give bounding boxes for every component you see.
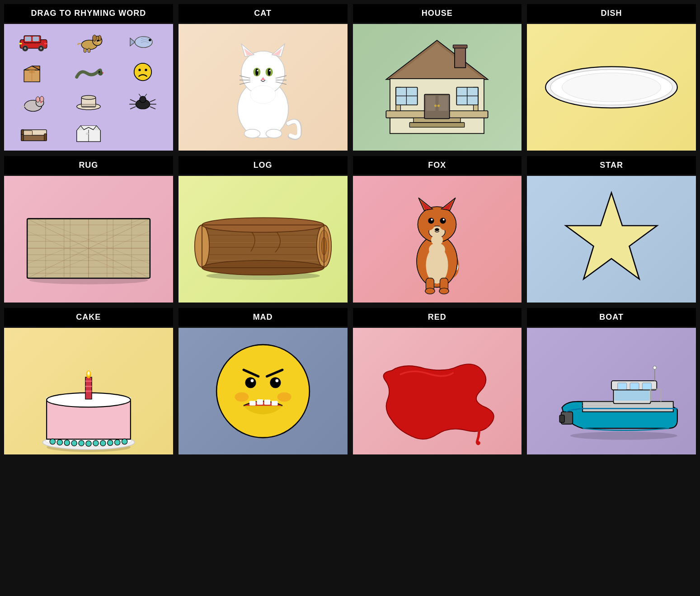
drag-item-bug[interactable] bbox=[117, 88, 169, 117]
svg-rect-53 bbox=[21, 134, 23, 141]
svg-point-5 bbox=[24, 47, 26, 49]
cell-log: LOG bbox=[177, 155, 349, 304]
header-star: STAR bbox=[527, 156, 696, 176]
svg-rect-218 bbox=[643, 383, 652, 390]
body-fox[interactable] bbox=[353, 176, 522, 303]
svg-rect-90 bbox=[439, 96, 448, 111]
svg-rect-17 bbox=[88, 48, 90, 52]
cell-boat: BOAT bbox=[526, 307, 697, 456]
body-red[interactable] bbox=[353, 328, 522, 454]
svg-point-41 bbox=[140, 96, 146, 103]
body-star[interactable] bbox=[527, 176, 696, 303]
svg-point-180 bbox=[64, 440, 70, 445]
svg-point-213 bbox=[653, 366, 656, 369]
drag-item-box[interactable] bbox=[8, 58, 61, 86]
header-cat: CAT bbox=[179, 4, 348, 24]
drag-item-fish[interactable] bbox=[117, 28, 169, 56]
svg-line-45 bbox=[150, 99, 155, 102]
body-cat[interactable] bbox=[179, 24, 348, 151]
svg-point-12 bbox=[93, 35, 97, 41]
svg-line-42 bbox=[130, 99, 136, 102]
svg-point-153 bbox=[443, 219, 445, 221]
svg-point-103 bbox=[562, 73, 661, 102]
cell-house: HOUSE bbox=[352, 3, 523, 152]
svg-rect-9 bbox=[44, 43, 47, 45]
svg-rect-16 bbox=[84, 48, 86, 52]
svg-point-69 bbox=[269, 70, 270, 71]
svg-rect-85 bbox=[410, 123, 465, 127]
svg-point-194 bbox=[250, 379, 254, 382]
drag-item-mouse[interactable] bbox=[8, 88, 61, 117]
svg-point-188 bbox=[122, 439, 127, 444]
svg-marker-81 bbox=[390, 43, 484, 80]
body-boat[interactable] bbox=[527, 328, 696, 454]
svg-point-182 bbox=[79, 440, 84, 446]
svg-point-27 bbox=[99, 71, 100, 73]
svg-point-68 bbox=[257, 70, 258, 71]
drag-item-empty bbox=[117, 118, 169, 147]
svg-point-34 bbox=[40, 96, 44, 102]
svg-point-179 bbox=[57, 440, 62, 445]
svg-line-44 bbox=[130, 107, 136, 109]
drag-item-sad-face[interactable] bbox=[117, 58, 169, 86]
body-house[interactable] bbox=[353, 24, 522, 151]
header-mad: MAD bbox=[179, 308, 348, 328]
drag-item-dog[interactable] bbox=[62, 28, 115, 56]
svg-rect-57 bbox=[86, 133, 89, 135]
svg-rect-199 bbox=[271, 401, 277, 405]
svg-point-204 bbox=[570, 431, 677, 440]
svg-rect-207 bbox=[615, 390, 649, 401]
svg-line-48 bbox=[139, 94, 141, 97]
svg-point-164 bbox=[431, 235, 443, 245]
svg-point-161 bbox=[425, 288, 435, 294]
svg-rect-39 bbox=[81, 104, 96, 106]
svg-rect-89 bbox=[426, 96, 436, 111]
svg-point-150 bbox=[428, 218, 434, 224]
svg-rect-217 bbox=[630, 383, 639, 390]
body-rug[interactable] bbox=[4, 176, 173, 303]
svg-point-185 bbox=[100, 440, 106, 446]
svg-point-200 bbox=[235, 393, 249, 402]
svg-rect-100 bbox=[453, 45, 467, 48]
svg-point-7 bbox=[40, 47, 42, 49]
svg-point-154 bbox=[435, 228, 439, 231]
cell-dish: DISH bbox=[526, 3, 697, 152]
cell-red: RED bbox=[352, 307, 523, 456]
svg-rect-54 bbox=[44, 134, 47, 141]
header-drag-source: DRAG TO RHYMING WORD bbox=[4, 4, 173, 24]
svg-line-47 bbox=[150, 107, 155, 109]
drag-item-coat[interactable] bbox=[62, 118, 115, 147]
body-dish[interactable] bbox=[527, 24, 696, 151]
body-cake[interactable] bbox=[4, 328, 173, 454]
svg-point-79 bbox=[250, 85, 276, 104]
drag-item-snake[interactable] bbox=[62, 58, 115, 86]
cell-cake: CAKE bbox=[3, 307, 174, 456]
svg-rect-3 bbox=[33, 37, 39, 42]
svg-point-152 bbox=[431, 219, 433, 221]
header-red: RED bbox=[353, 308, 522, 328]
svg-rect-196 bbox=[249, 401, 256, 405]
svg-point-203 bbox=[485, 425, 488, 428]
svg-point-187 bbox=[114, 440, 120, 445]
svg-point-29 bbox=[139, 69, 141, 71]
drag-item-hat[interactable] bbox=[62, 88, 115, 117]
svg-point-201 bbox=[277, 393, 291, 402]
drag-item-car[interactable] bbox=[8, 28, 61, 56]
svg-point-178 bbox=[50, 439, 55, 444]
header-house: HOUSE bbox=[353, 4, 522, 24]
svg-marker-165 bbox=[566, 193, 657, 279]
svg-point-192 bbox=[245, 377, 256, 388]
svg-point-183 bbox=[86, 441, 91, 446]
svg-point-78 bbox=[266, 129, 282, 138]
svg-point-186 bbox=[107, 440, 113, 445]
body-drag-source[interactable] bbox=[4, 24, 173, 151]
svg-point-38 bbox=[81, 95, 96, 99]
svg-point-151 bbox=[440, 218, 446, 224]
svg-point-202 bbox=[476, 441, 480, 445]
body-mad[interactable] bbox=[179, 328, 348, 454]
svg-point-184 bbox=[93, 440, 99, 446]
main-grid: DRAG TO RHYMING WORD bbox=[0, 0, 700, 459]
drag-item-bed[interactable] bbox=[8, 118, 61, 147]
svg-point-33 bbox=[36, 97, 40, 102]
body-log[interactable] bbox=[179, 176, 348, 303]
